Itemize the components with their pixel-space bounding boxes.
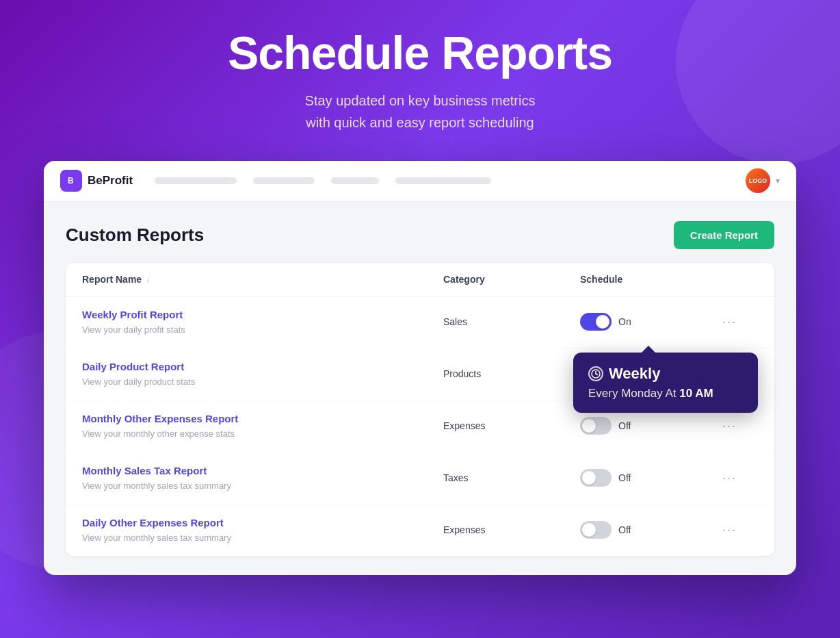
report-name-cell: Weekly Profit Report View your daily pro… xyxy=(82,309,443,335)
hero-subtitle: Stay updated on key business metrics wit… xyxy=(305,90,536,133)
category-cell: Expenses xyxy=(443,524,580,535)
more-options-button[interactable]: ··· xyxy=(717,416,742,436)
tooltip-time: 10 AM xyxy=(679,387,713,400)
report-name-link[interactable]: Daily Other Expenses Report xyxy=(82,517,443,528)
hero-title: Schedule Reports xyxy=(228,27,612,79)
nav-bar: B BeProfit LOGO ▾ xyxy=(44,161,796,202)
category-cell: Taxes xyxy=(443,472,580,483)
table-row: Daily Other Expenses Report View your mo… xyxy=(66,505,774,556)
tooltip-schedule-text: Every Monday At 10 AM xyxy=(588,387,743,400)
logo-area[interactable]: B BeProfit xyxy=(60,170,133,192)
col-header-actions xyxy=(717,274,758,285)
reports-table: Report Name ↓ Category Schedule Weekly P… xyxy=(66,263,774,556)
report-name-cell: Daily Product Report View your daily pro… xyxy=(82,361,443,387)
schedule-toggle[interactable] xyxy=(580,469,612,487)
toggle-thumb xyxy=(582,419,596,433)
main-content: Custom Reports Create Report Report Name… xyxy=(44,202,796,575)
toggle-track xyxy=(580,313,612,331)
sort-icon: ↓ xyxy=(146,275,150,284)
report-name-link[interactable]: Weekly Profit Report xyxy=(82,309,443,320)
category-cell: Products xyxy=(443,368,580,379)
app-window: B BeProfit LOGO ▾ Custom Reports Create … xyxy=(44,161,796,575)
table-row: Weekly Profit Report View your daily pro… xyxy=(66,296,774,348)
toggle-label-off: Off xyxy=(618,420,631,431)
toggle-label-off: Off xyxy=(618,472,631,483)
schedule-cell: Off xyxy=(580,521,717,539)
report-desc: View your daily profit stats xyxy=(82,324,185,335)
col-header-schedule: Schedule xyxy=(580,274,717,285)
avatar[interactable]: LOGO xyxy=(746,168,770,193)
toggle-track xyxy=(580,417,612,435)
schedule-toggle[interactable] xyxy=(580,313,612,331)
toggle-thumb xyxy=(582,523,596,537)
nav-items xyxy=(155,177,746,184)
schedule-cell: Off xyxy=(580,417,717,435)
logo-icon: B xyxy=(60,170,82,192)
report-name-link[interactable]: Monthly Other Expenses Report xyxy=(82,413,443,424)
nav-item-1[interactable] xyxy=(155,177,237,184)
nav-item-2[interactable] xyxy=(253,177,315,184)
logo-text: BeProfit xyxy=(88,174,133,188)
toggle-track xyxy=(580,521,612,539)
nav-item-4[interactable] xyxy=(395,177,491,184)
toggle-label-on: On xyxy=(618,316,631,327)
report-name-cell: Monthly Sales Tax Report View your month… xyxy=(82,465,443,492)
category-cell: Sales xyxy=(443,316,580,327)
more-options-button[interactable]: ··· xyxy=(717,520,742,540)
report-name-cell: Daily Other Expenses Report View your mo… xyxy=(82,517,443,544)
report-desc: View your monthly other expense stats xyxy=(82,429,235,439)
schedule-tooltip: Weekly Every Monday At 10 AM xyxy=(573,353,758,413)
actions-cell: ··· xyxy=(717,468,758,488)
page-header: Custom Reports Create Report xyxy=(66,221,774,249)
report-name-link[interactable]: Daily Product Report xyxy=(82,361,443,372)
schedule-cell: On Weekly xyxy=(580,313,717,331)
nav-right: LOGO ▾ xyxy=(746,168,780,193)
category-cell: Expenses xyxy=(443,420,580,431)
toggle-thumb xyxy=(582,471,596,485)
svg-text:B: B xyxy=(68,176,74,186)
toggle-label-off: Off xyxy=(618,524,631,535)
actions-cell: ··· xyxy=(717,416,758,436)
schedule-toggle[interactable] xyxy=(580,521,612,539)
actions-cell: ··· xyxy=(717,520,758,540)
nav-item-3[interactable] xyxy=(331,177,379,184)
table-header: Report Name ↓ Category Schedule xyxy=(66,263,774,296)
report-name-link[interactable]: Monthly Sales Tax Report xyxy=(82,465,443,476)
report-desc: View your daily product stats xyxy=(82,377,195,387)
toggle-thumb xyxy=(596,315,609,329)
chevron-down-icon[interactable]: ▾ xyxy=(776,176,780,186)
col-header-report-name[interactable]: Report Name ↓ xyxy=(82,274,443,285)
tooltip-title-row: Weekly xyxy=(588,365,743,383)
report-desc: View your monthly sales tax summary xyxy=(82,533,231,543)
more-options-button[interactable]: ··· xyxy=(717,468,742,488)
actions-cell: ··· xyxy=(717,312,758,332)
tooltip-frequency: Weekly xyxy=(609,365,660,383)
schedule-toggle[interactable] xyxy=(580,417,612,435)
schedule-cell: Off xyxy=(580,469,717,487)
page-title: Custom Reports xyxy=(66,225,204,246)
svg-line-4 xyxy=(596,374,598,375)
create-report-button[interactable]: Create Report xyxy=(674,221,774,249)
report-desc: View your monthly sales tax summary xyxy=(82,481,231,491)
toggle-track xyxy=(580,469,612,487)
table-row: Monthly Sales Tax Report View your month… xyxy=(66,452,774,505)
clock-icon xyxy=(588,366,603,381)
col-header-category: Category xyxy=(443,274,580,285)
report-name-cell: Monthly Other Expenses Report View your … xyxy=(82,413,443,439)
more-options-button[interactable]: ··· xyxy=(717,312,742,332)
